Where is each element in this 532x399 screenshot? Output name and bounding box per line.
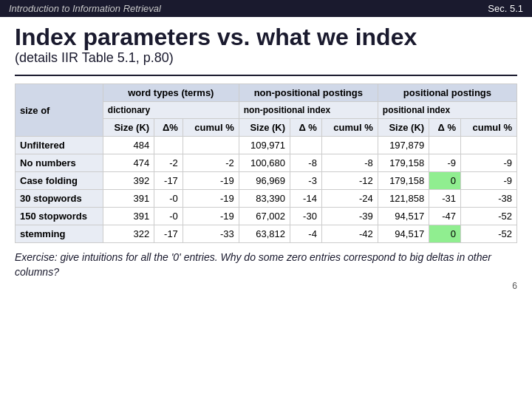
row-label-stemming: stemming bbox=[16, 225, 103, 243]
np-size-0: 109,971 bbox=[239, 137, 290, 154]
p-size-4: 94,517 bbox=[378, 208, 429, 225]
dict-size-3: 391 bbox=[103, 190, 154, 208]
p-delta-header: Δ % bbox=[429, 119, 461, 137]
np-delta-5: -4 bbox=[290, 225, 322, 243]
p-delta-4: -47 bbox=[429, 208, 461, 225]
dict-cumul-header: cumul % bbox=[183, 119, 239, 137]
dict-cumul-2: -19 bbox=[183, 172, 239, 190]
np-size-5: 63,812 bbox=[239, 225, 290, 243]
p-delta-5: 0 bbox=[429, 225, 461, 243]
row-label-case-folding: Case folding bbox=[16, 172, 103, 190]
p-cumul-4: -52 bbox=[460, 208, 516, 225]
dict-size-0: 484 bbox=[103, 137, 154, 154]
np-cumul-1: -8 bbox=[321, 154, 378, 172]
p-size-5: 94,517 bbox=[378, 225, 429, 243]
np-delta-3: -14 bbox=[290, 190, 322, 208]
p-size-k-header: Size (K) bbox=[378, 119, 429, 137]
dict-size-k-header: Size (K) bbox=[103, 119, 154, 137]
p-cumul-header: cumul % bbox=[460, 119, 516, 137]
np-delta-header: Δ % bbox=[290, 119, 322, 137]
np-cumul-5: -42 bbox=[321, 225, 378, 243]
page-number: 6 bbox=[15, 281, 517, 291]
size-of-header: size of bbox=[16, 84, 103, 137]
np-cumul-0 bbox=[321, 137, 378, 154]
dict-delta-1: -2 bbox=[154, 154, 183, 172]
np-cumul-header: cumul % bbox=[321, 119, 378, 137]
dict-delta-0 bbox=[154, 137, 183, 154]
dict-cumul-4: -19 bbox=[183, 208, 239, 225]
p-size-1: 179,158 bbox=[378, 154, 429, 172]
p-size-0: 197,879 bbox=[378, 137, 429, 154]
dict-delta-2: -17 bbox=[154, 172, 183, 190]
dict-delta-4: -0 bbox=[154, 208, 183, 225]
dict-cumul-5: -33 bbox=[183, 225, 239, 243]
dict-cumul-3: -19 bbox=[183, 190, 239, 208]
np-delta-2: -3 bbox=[290, 172, 322, 190]
np-delta-4: -30 bbox=[290, 208, 322, 225]
dict-cumul-0 bbox=[183, 137, 239, 154]
non-positional-header: non-positional postings bbox=[239, 84, 378, 102]
dictionary-sub: dictionary bbox=[103, 102, 239, 119]
dict-delta-header: Δ% bbox=[154, 119, 183, 137]
p-cumul-0 bbox=[460, 137, 516, 154]
p-size-3: 121,858 bbox=[378, 190, 429, 208]
word-types-header: word types (terms) bbox=[103, 84, 239, 102]
dict-delta-5: -17 bbox=[154, 225, 183, 243]
header-bar: Introduction to Information Retrieval Se… bbox=[0, 0, 532, 17]
dict-size-2: 392 bbox=[103, 172, 154, 190]
dict-cumul-1: -2 bbox=[183, 154, 239, 172]
p-cumul-5: -52 bbox=[460, 225, 516, 243]
p-delta-3: -31 bbox=[429, 190, 461, 208]
dict-size-4: 391 bbox=[103, 208, 154, 225]
np-cumul-4: -39 bbox=[321, 208, 378, 225]
np-size-1: 100,680 bbox=[239, 154, 290, 172]
index-table: size of word types (terms) non-positiona… bbox=[15, 83, 517, 243]
np-cumul-3: -24 bbox=[321, 190, 378, 208]
p-size-2: 179,158 bbox=[378, 172, 429, 190]
np-cumul-2: -12 bbox=[321, 172, 378, 190]
p-cumul-3: -38 bbox=[460, 190, 516, 208]
divider bbox=[15, 75, 517, 76]
positional-index-sub: positional index bbox=[378, 102, 516, 119]
course-title: Introduction to Information Retrieval bbox=[9, 3, 161, 14]
page-title: Index parameters vs. what we index (deta… bbox=[15, 24, 517, 66]
np-delta-0 bbox=[290, 137, 322, 154]
dict-size-1: 474 bbox=[103, 154, 154, 172]
p-delta-1: -9 bbox=[429, 154, 461, 172]
positional-header: positional postings bbox=[378, 84, 516, 102]
p-cumul-1: -9 bbox=[460, 154, 516, 172]
footer-text: Exercise: give intuitions for all the '0… bbox=[15, 250, 517, 279]
p-delta-0 bbox=[429, 137, 461, 154]
row-label-unfiltered: Unfiltered bbox=[16, 137, 103, 154]
row-label-150-stopwords: 150 stopwords bbox=[16, 208, 103, 225]
section-label: Sec. 5.1 bbox=[488, 3, 523, 14]
non-positional-index-sub: non-positional index bbox=[239, 102, 378, 119]
np-size-2: 96,969 bbox=[239, 172, 290, 190]
p-delta-2: 0 bbox=[429, 172, 461, 190]
np-size-k-header: Size (K) bbox=[239, 119, 290, 137]
p-cumul-2: -9 bbox=[460, 172, 516, 190]
row-label-no-numbers: No numbers bbox=[16, 154, 103, 172]
row-label-30-stopwords: 30 stopwords bbox=[16, 190, 103, 208]
dict-delta-3: -0 bbox=[154, 190, 183, 208]
np-size-3: 83,390 bbox=[239, 190, 290, 208]
dict-size-5: 322 bbox=[103, 225, 154, 243]
np-size-4: 67,002 bbox=[239, 208, 290, 225]
np-delta-1: -8 bbox=[290, 154, 322, 172]
